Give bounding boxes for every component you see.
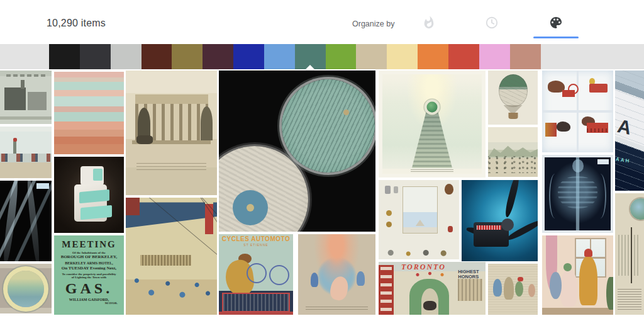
toronto-title: TORONTO xyxy=(395,262,453,272)
engine-label-shape xyxy=(477,225,501,230)
caricature-figure-shape xyxy=(528,284,535,297)
etching-caption xyxy=(6,74,45,77)
stairway-caption-lines xyxy=(411,169,453,172)
artwork-tile-crowd-caricature[interactable] xyxy=(488,264,538,315)
stairway-shape xyxy=(412,108,452,168)
allegory-figure-shape xyxy=(328,274,350,302)
artwork-tile-xray-legs[interactable] xyxy=(0,181,52,261)
pole-shape xyxy=(631,227,632,283)
bicycle-wheel-shape xyxy=(269,265,289,285)
allegory-figure-shape xyxy=(357,271,364,286)
machine-shape xyxy=(587,123,608,133)
automoto-factory-panel xyxy=(222,293,291,312)
artwork-tile-mountain-landscape[interactable] xyxy=(488,127,538,177)
artwork-tile-balloon-print[interactable] xyxy=(488,71,538,125)
xray-skull-shape xyxy=(572,159,584,172)
lens-disc-shape xyxy=(8,271,44,307)
artwork-tile-etching-print[interactable] xyxy=(0,71,52,124)
instrument-shape xyxy=(386,210,392,216)
propeller-hub-shape xyxy=(501,218,514,231)
trees-texture xyxy=(618,235,639,276)
xray-arm-shape xyxy=(549,174,561,219)
kites-corner-block xyxy=(126,198,140,215)
artwork-tile-automoto-poster[interactable]: CYCLES AUTOMOTO ST ETIENNE xyxy=(219,234,293,315)
artwork-tile-farm-machinery[interactable] xyxy=(542,71,613,152)
instrument-row-shapes xyxy=(384,248,455,257)
automoto-title: CYCLES AUTOMOTO xyxy=(219,235,293,242)
machine-wheel-shape xyxy=(568,84,579,94)
allegory-figure-shape xyxy=(311,273,318,287)
artwork-tile-petri-dishes[interactable] xyxy=(219,71,375,232)
artwork-tile-allegory-print[interactable] xyxy=(298,234,375,315)
instrument-shape xyxy=(448,226,453,232)
artwork-tile-xray-torso[interactable] xyxy=(542,155,613,233)
automoto-subtitle: ST ETIENNE xyxy=(219,243,293,247)
artwork-tile-medical-cart[interactable] xyxy=(54,157,124,233)
toronto-honors-text: HIGHEST HONORS xyxy=(452,269,484,280)
mountains-shape xyxy=(488,141,538,157)
artwork-tile-stairway-print[interactable] xyxy=(379,71,486,178)
floor-shape xyxy=(542,308,613,315)
artwork-tile-instruments-plate[interactable] xyxy=(379,180,459,259)
etching-house-shape xyxy=(28,92,47,110)
harbor-boats-shapes xyxy=(1,154,51,162)
toronto-building-shape xyxy=(458,279,482,301)
kites-figures-dots xyxy=(126,270,217,305)
artwork-tile-crayon-drawing[interactable] xyxy=(54,72,124,154)
balloon-envelope-shape xyxy=(499,74,528,107)
toronto-side-column xyxy=(379,265,394,315)
caricature-hat-shape xyxy=(564,263,572,271)
document-text-lines xyxy=(618,289,642,311)
artwork-tile-lens-plate[interactable] xyxy=(0,264,52,313)
toronto-flags-dots xyxy=(411,272,449,277)
harbor-flag-shape xyxy=(13,138,18,142)
cart-shape xyxy=(545,123,557,137)
artwork-tile-kite-woodblock[interactable] xyxy=(126,198,217,315)
cart-teal-panel xyxy=(93,169,102,180)
kites-bridge-shape xyxy=(140,255,191,266)
artwork-tile-globe-document[interactable] xyxy=(615,193,644,315)
allegory-caption-lines xyxy=(306,307,367,312)
xray-bone-shape xyxy=(25,181,40,261)
horse-shape xyxy=(557,121,571,132)
machine-shape xyxy=(589,84,608,93)
xray-bone-shape xyxy=(2,181,20,261)
cart-drawer-shape xyxy=(80,205,112,220)
artwork-tile-railway-engraving[interactable] xyxy=(126,71,217,195)
instrument-balloon-shape xyxy=(445,184,453,195)
xray-arm-shape xyxy=(594,174,606,219)
balloon-basket-shape xyxy=(508,113,518,119)
xray-ribs-shape xyxy=(558,176,597,208)
petri-specimen-dot xyxy=(343,110,349,115)
etching-shed-shape xyxy=(4,87,26,110)
artwork-tile-harbor-print[interactable] xyxy=(0,127,52,178)
caricature-figure-shape xyxy=(504,277,514,300)
instrument-shape xyxy=(386,222,392,227)
etching-ground-shape xyxy=(0,116,52,120)
xray-film-label xyxy=(36,183,49,189)
caricature-hat-shape xyxy=(584,249,593,257)
caricature-figure-shape xyxy=(579,256,597,305)
artwork-tile-window-caricature[interactable] xyxy=(542,235,613,315)
artwork-tile-airplane-tail[interactable]: A AAH xyxy=(615,71,644,191)
artwork-tile-propeller-photo[interactable] xyxy=(462,180,538,261)
valley-texture xyxy=(488,156,538,173)
railway-arch-shape xyxy=(201,106,213,140)
petri-dish-circle xyxy=(282,79,375,172)
xray-film-label xyxy=(597,159,609,164)
caricature-figure-shape xyxy=(550,272,561,299)
caricature-hat-shape xyxy=(518,277,523,281)
propeller-blade-shape xyxy=(504,180,521,218)
instruments-center-plate xyxy=(402,186,438,234)
caricature-figure-shape xyxy=(560,269,577,307)
petri-specimen-dot xyxy=(247,204,254,212)
artwork-tile-toronto-poster[interactable]: TORONTO HIGHEST HONORS xyxy=(379,262,486,315)
balloon-ropes-shape xyxy=(504,105,523,113)
caricature-figure-shape xyxy=(493,279,502,296)
globe-shape xyxy=(630,198,644,220)
stairway-orb-shape xyxy=(427,101,438,112)
image-grid: MEETING Of the Inhabitants of the BOROUG… xyxy=(0,0,644,333)
etching-chimney-shape xyxy=(21,80,25,89)
harbor-tower-shape xyxy=(13,141,16,154)
artwork-tile-gas-poster[interactable]: MEETING Of the Inhabitants of the BOROUG… xyxy=(54,235,124,315)
